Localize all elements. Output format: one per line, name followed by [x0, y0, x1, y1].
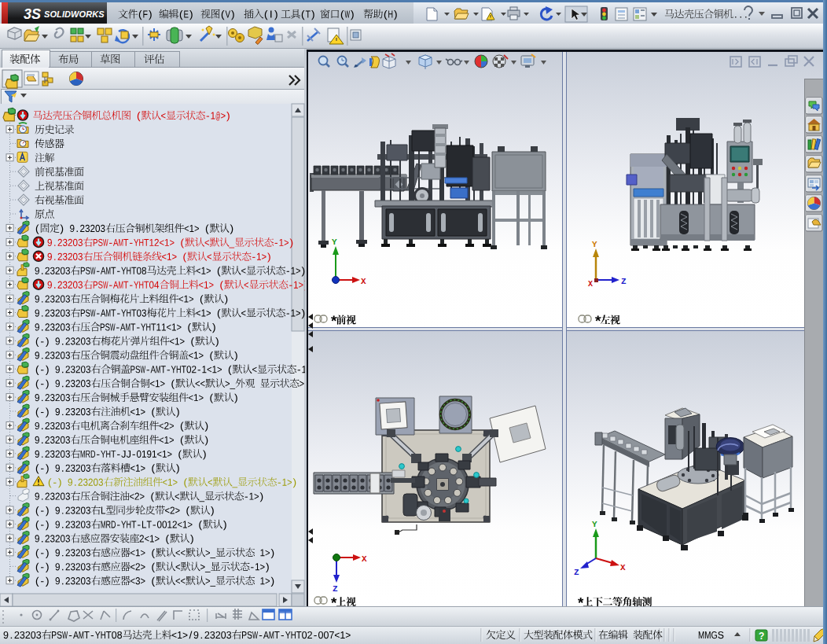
- svg-text:Y: Y: [332, 237, 337, 247]
- svg-text:Y: Y: [592, 520, 597, 529]
- svg-text:X: X: [588, 280, 593, 289]
- svg-text:X: X: [361, 277, 366, 286]
- svg-text:X: X: [362, 554, 367, 564]
- svg-text:Z: Z: [333, 584, 338, 594]
- svg-text:Y: Y: [592, 240, 597, 249]
- svg-text:Z: Z: [621, 277, 627, 286]
- svg-text:Z: Z: [574, 568, 579, 577]
- svg-text:?: ?: [759, 631, 764, 642]
- svg-text:3S: 3S: [24, 6, 41, 22]
- svg-text:SOLIDWORKS: SOLIDWORKS: [44, 9, 105, 19]
- svg-text:X: X: [620, 563, 626, 572]
